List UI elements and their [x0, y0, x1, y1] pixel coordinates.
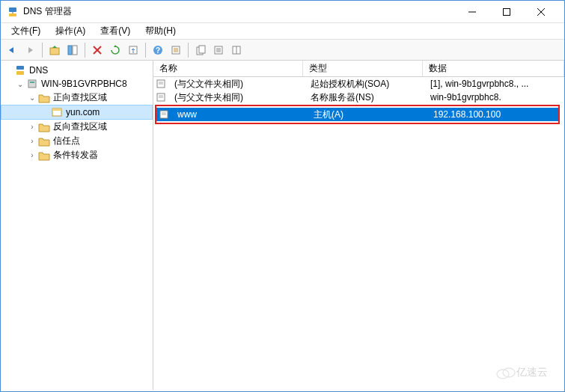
tree-node-conditional-forwarders[interactable]: › 条件转发器: [1, 148, 153, 162]
cell-data: 192.168.100.100: [429, 109, 557, 120]
minimize-button[interactable]: [455, 1, 489, 22]
svg-rect-7: [50, 48, 59, 55]
svg-rect-0: [9, 7, 16, 12]
show-hide-tree-button[interactable]: [64, 42, 81, 58]
menu-file[interactable]: 文件(F): [4, 23, 48, 39]
expand-icon[interactable]: ›: [28, 123, 37, 132]
collapse-icon[interactable]: ⌄: [28, 94, 37, 102]
cell-data: win-9b1gvrpbhc8.: [426, 92, 563, 102]
cell-name: (与父文件夹相同): [170, 78, 306, 91]
folder-icon: [38, 135, 50, 147]
tree-label: yun.com: [66, 107, 100, 117]
svg-rect-9: [73, 46, 77, 55]
list-header: 名称 类型 数据: [153, 61, 564, 77]
cell-data: [1], win-9b1gvrpbhc8., ...: [426, 79, 563, 89]
server-icon: [26, 78, 38, 90]
dns-app-icon: [7, 6, 19, 18]
svg-rect-4: [504, 8, 510, 15]
titlebar: DNS 管理器: [1, 1, 564, 23]
svg-rect-8: [68, 46, 72, 55]
watermark: 亿速云: [488, 361, 555, 384]
tree-label: DNS: [29, 65, 48, 76]
menu-action[interactable]: 操作(A): [48, 23, 93, 39]
window-title: DNS 管理器: [23, 5, 455, 18]
filter-button[interactable]: [210, 42, 227, 58]
tree-label: WIN-9B1GVRPBHC8: [41, 79, 127, 89]
svg-rect-28: [16, 71, 24, 75]
folder-icon: [38, 92, 50, 104]
toolbar-separator: [42, 43, 43, 58]
window-controls: [455, 1, 558, 22]
close-button[interactable]: [524, 1, 558, 22]
record-icon: [155, 79, 167, 89]
highlighted-record-annotation: www 主机(A) 192.168.100.100: [155, 105, 560, 124]
help-button[interactable]: ?: [150, 42, 166, 58]
new-record-button[interactable]: [192, 42, 209, 58]
list-panel[interactable]: 名称 类型 数据 (与父文件夹相同) 起始授权机构(SOA) [1], win-…: [153, 61, 564, 390]
delete-button[interactable]: [89, 42, 106, 58]
cell-type: 起始授权机构(SOA): [306, 78, 426, 91]
up-button[interactable]: [46, 42, 63, 58]
svg-rect-1: [9, 13, 16, 16]
svg-rect-20: [199, 46, 205, 53]
menu-help[interactable]: 帮助(H): [138, 23, 183, 39]
svg-text:?: ?: [156, 46, 160, 55]
menubar: 文件(F) 操作(A) 查看(V) 帮助(H): [1, 23, 564, 40]
toolbar-separator: [188, 43, 189, 58]
watermark-text: 亿速云: [516, 366, 548, 379]
zone-icon: [51, 106, 63, 118]
expand-icon[interactable]: ›: [28, 151, 37, 160]
back-button[interactable]: [4, 42, 20, 58]
collapse-icon[interactable]: ⌄: [16, 79, 25, 88]
folder-icon: [38, 150, 50, 162]
content-area: DNS ⌄ WIN-9B1GVRPBHC8 ⌄ 正向查找区域 yun.com ›…: [1, 61, 564, 390]
expand-placeholder: [40, 108, 49, 117]
dns-root-icon: [14, 64, 26, 76]
record-row[interactable]: (与父文件夹相同) 名称服务器(NS) win-9b1gvrpbhc8.: [153, 91, 564, 104]
cell-type: 名称服务器(NS): [306, 91, 426, 104]
tree-label: 信任点: [53, 135, 80, 147]
tree-node-trust-points[interactable]: › 信任点: [1, 134, 153, 148]
columns-button[interactable]: [228, 42, 245, 58]
tree-label: 条件转发器: [53, 149, 98, 162]
column-header-data[interactable]: 数据: [423, 61, 564, 76]
column-header-type[interactable]: 类型: [303, 61, 423, 76]
svg-rect-29: [28, 80, 36, 88]
toolbar-separator: [145, 43, 146, 58]
svg-rect-30: [30, 82, 34, 83]
record-row[interactable]: (与父文件夹相同) 起始授权机构(SOA) [1], win-9b1gvrpbh…: [153, 77, 564, 91]
tree-node-server[interactable]: ⌄ WIN-9B1GVRPBHC8: [1, 77, 153, 91]
record-icon: [155, 92, 167, 102]
cell-type: 主机(A): [309, 108, 429, 121]
expand-icon[interactable]: ›: [28, 137, 37, 146]
expand-icon[interactable]: [4, 66, 13, 75]
toolbar-separator: [85, 43, 85, 58]
properties-button[interactable]: [168, 42, 184, 58]
folder-icon: [38, 121, 50, 133]
maximize-button[interactable]: [489, 1, 524, 22]
tree-label: 反向查找区域: [53, 120, 107, 133]
app-window: DNS 管理器 文件(F) 操作(A) 查看(V) 帮助(H) ?: [0, 0, 565, 392]
tree-panel[interactable]: DNS ⌄ WIN-9B1GVRPBHC8 ⌄ 正向查找区域 yun.com ›…: [1, 61, 153, 390]
refresh-button[interactable]: [107, 42, 123, 58]
svg-rect-27: [16, 66, 24, 70]
menu-view[interactable]: 查看(V): [93, 23, 138, 39]
tree-node-reverse-zones[interactable]: › 反向查找区域: [1, 120, 153, 134]
column-header-name[interactable]: 名称: [153, 61, 303, 76]
export-button[interactable]: [125, 42, 141, 58]
toolbar: ?: [1, 40, 564, 61]
tree-label: 正向查找区域: [53, 91, 107, 104]
cell-name: (与父文件夹相同): [170, 91, 306, 104]
tree-node-dns-root[interactable]: DNS: [1, 64, 153, 77]
svg-rect-32: [52, 108, 61, 111]
tree-node-domain[interactable]: yun.com: [1, 105, 153, 120]
record-icon: [158, 109, 170, 120]
record-row-selected[interactable]: www 主机(A) 192.168.100.100: [156, 108, 558, 121]
tree-node-forward-zones[interactable]: ⌄ 正向查找区域: [1, 91, 153, 105]
cell-name: www: [173, 109, 309, 120]
forward-button[interactable]: [22, 42, 38, 58]
